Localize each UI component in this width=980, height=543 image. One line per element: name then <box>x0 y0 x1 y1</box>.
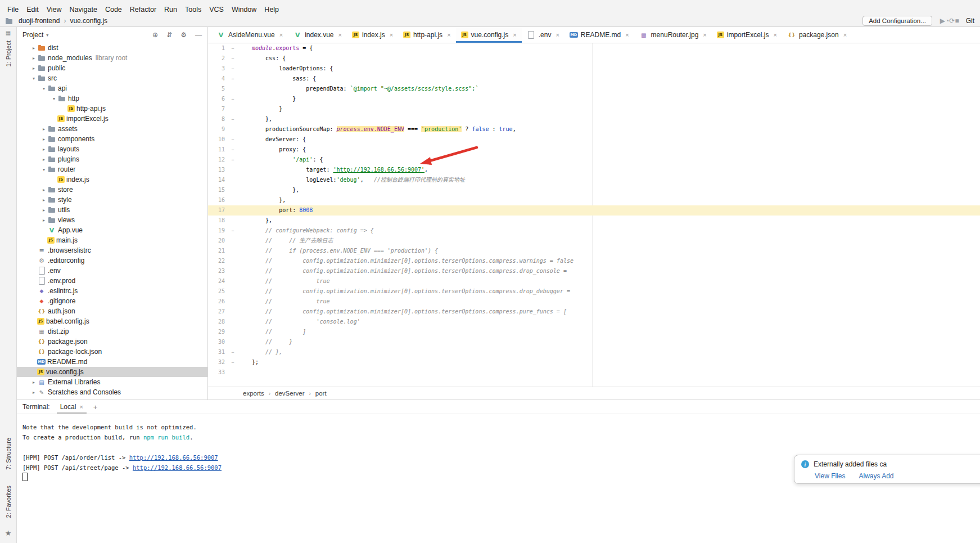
chevron-right-icon[interactable]: ▸ <box>30 380 37 385</box>
tree-item-app-vue[interactable]: App.vue <box>17 225 207 235</box>
tab-package-json[interactable]: package.json× <box>782 27 852 43</box>
tree-item-env[interactable]: .env <box>17 266 207 276</box>
new-terminal-tab-button[interactable]: + <box>93 403 98 411</box>
tree-item-utils[interactable]: ▸utils <box>17 205 207 215</box>
chevron-down-icon[interactable]: ▾ <box>40 86 47 91</box>
chevron-down-icon[interactable]: ▾ <box>40 167 47 172</box>
code-line-12[interactable]: 12− '/api': { <box>208 155 980 165</box>
chevron-right-icon[interactable]: ▸ <box>40 157 47 162</box>
tree-item-dist-zip[interactable]: dist.zip <box>17 326 207 336</box>
menu-vcs[interactable]: VCS <box>205 5 228 15</box>
add-configuration-button[interactable]: Add Configuration... <box>862 16 932 26</box>
tree-item-vue-config-js[interactable]: vue.config.js <box>17 367 207 377</box>
stop-icon[interactable]: ■ <box>955 17 959 25</box>
code-line-18[interactable]: 18 }, <box>208 216 980 226</box>
tree-item-package-lock-json[interactable]: package-lock.json <box>17 347 207 357</box>
menu-code[interactable]: Code <box>101 5 126 15</box>
code-line-14[interactable]: 14 logLevel:'debug', //控制台终端打印代理前的真实地址 <box>208 175 980 185</box>
code-line-19[interactable]: 19− // configureWebpack: config => { <box>208 226 980 236</box>
chevron-right-icon[interactable]: ▸ <box>40 218 47 223</box>
hide-icon[interactable]: — <box>195 31 202 39</box>
tree-item-readme-md[interactable]: README.md <box>17 357 207 367</box>
tree-item-style[interactable]: ▸style <box>17 195 207 205</box>
fold-marker-icon[interactable]: − <box>225 360 241 365</box>
tree-item-views[interactable]: ▸views <box>17 215 207 225</box>
view-files-link[interactable]: View Files <box>815 472 845 480</box>
close-icon[interactable]: × <box>703 32 706 38</box>
code-line-33[interactable]: 33 <box>208 367 980 378</box>
toolwindow-structure-button[interactable]: 7: Structure <box>5 438 12 470</box>
tree-item-api[interactable]: ▾api <box>17 83 207 93</box>
menu-window[interactable]: Window <box>228 5 260 15</box>
terminal-link[interactable]: http://192.168.66.56:9007 <box>129 454 218 461</box>
tree-item-gitignore[interactable]: .gitignore <box>17 296 207 306</box>
fold-marker-icon[interactable]: − <box>225 76 241 82</box>
tree-item-index-js[interactable]: index.js <box>17 174 207 185</box>
close-icon[interactable]: × <box>773 32 776 38</box>
tree-item-node-modules[interactable]: ▸node_moduleslibrary root <box>17 53 207 63</box>
menu-edit[interactable]: Edit <box>22 5 43 15</box>
fold-marker-icon[interactable]: − <box>225 96 241 102</box>
chevron-right-icon[interactable]: ▸ <box>30 56 37 61</box>
code-line-23[interactable]: 23 // config.optimization.minimizer[0].o… <box>208 266 980 276</box>
locate-icon[interactable]: ⊕ <box>152 31 158 39</box>
tree-item-public[interactable]: ▸public <box>17 63 207 73</box>
fold-marker-icon[interactable]: − <box>225 116 241 122</box>
close-icon[interactable]: × <box>338 32 342 38</box>
code-line-21[interactable]: 21 // if (process.env.NODE_ENV === 'prod… <box>208 246 980 256</box>
tree-item-eslintrc-js[interactable]: .eslintrc.js <box>17 286 207 296</box>
code-line-10[interactable]: 10− devServer: { <box>208 134 980 145</box>
tree-item-main-js[interactable]: main.js <box>17 235 207 245</box>
code-line-26[interactable]: 26 // true <box>208 297 980 307</box>
favorites-star-icon[interactable]: ★ <box>5 529 12 537</box>
git-widget[interactable]: Git <box>966 17 974 25</box>
fold-marker-icon[interactable]: − <box>225 137 241 142</box>
tab-menurouter-jpg[interactable]: menuRouter.jpg× <box>634 27 712 43</box>
breadcrumb-file[interactable]: vue.config.js <box>68 16 109 25</box>
code-line-13[interactable]: 13 target: 'http://192.168.66.56:9007', <box>208 165 980 175</box>
tree-item-babel-config-js[interactable]: babel.config.js <box>17 316 207 326</box>
menu-help[interactable]: Help <box>260 5 283 15</box>
toolwindow-grid-icon[interactable]: ▦ <box>6 30 11 36</box>
code-line-5[interactable]: 5 prependData: `@import "~@/assets/scss/… <box>208 84 980 94</box>
tab-asidemenu-vue[interactable]: AsideMenu.vue× <box>211 27 288 43</box>
tree-item-browserslistrc[interactable]: .browserslistrc <box>17 245 207 255</box>
collapse-all-icon[interactable]: ⇵ <box>166 31 172 39</box>
tree-item-env-prod[interactable]: .env.prod <box>17 276 207 286</box>
fold-marker-icon[interactable]: − <box>225 66 241 71</box>
menu-refactor[interactable]: Refactor <box>126 5 160 15</box>
fold-marker-icon[interactable]: − <box>225 46 241 51</box>
code-line-9[interactable]: 9 productionSourceMap: process.env.NODE_… <box>208 124 980 134</box>
code-line-4[interactable]: 4− sass: { <box>208 74 980 84</box>
tree-item-package-json[interactable]: package.json <box>17 336 207 347</box>
update-icon[interactable]: ⟳ <box>949 17 955 25</box>
code-line-29[interactable]: 29 // ] <box>208 327 980 337</box>
code-line-32[interactable]: 32−}; <box>208 357 980 367</box>
tree-item-http-api-js[interactable]: http-api.js <box>17 104 207 114</box>
menu-file[interactable]: File <box>3 5 22 15</box>
code-line-3[interactable]: 3− loaderOptions: { <box>208 64 980 74</box>
tab-readme-md[interactable]: README.md× <box>564 27 634 43</box>
tab-vue-config-js[interactable]: vue.config.js× <box>456 27 522 43</box>
tree-item-assets[interactable]: ▸assets <box>17 124 207 134</box>
code-line-6[interactable]: 6− } <box>208 94 980 104</box>
close-icon[interactable]: × <box>843 32 847 38</box>
close-icon[interactable]: × <box>279 32 283 38</box>
project-panel-title[interactable]: Project <box>22 31 43 39</box>
breadcrumb-port[interactable]: port <box>315 390 327 397</box>
tab-importexcel-js[interactable]: importExcel.js× <box>712 27 782 43</box>
tree-item-auth-json[interactable]: auth.json <box>17 306 207 316</box>
code-line-31[interactable]: 31− // }, <box>208 347 980 357</box>
code-line-15[interactable]: 15 }, <box>208 185 980 195</box>
chevron-right-icon[interactable]: ▸ <box>40 208 47 213</box>
chevron-right-icon[interactable]: ▸ <box>30 390 37 395</box>
chevron-right-icon[interactable]: ▸ <box>30 46 37 51</box>
tree-item-src[interactable]: ▾src <box>17 73 207 83</box>
tree-item-plugins[interactable]: ▸plugins <box>17 154 207 164</box>
fold-marker-icon[interactable]: − <box>225 228 241 234</box>
close-icon[interactable]: × <box>79 403 83 410</box>
run-icon[interactable]: ▶ <box>940 17 945 25</box>
tree-item-importexcel-js[interactable]: importExcel.js <box>17 114 207 124</box>
code-line-27[interactable]: 27 // config.optimization.minimizer[0].o… <box>208 307 980 317</box>
chevron-right-icon[interactable]: ▸ <box>40 147 47 152</box>
